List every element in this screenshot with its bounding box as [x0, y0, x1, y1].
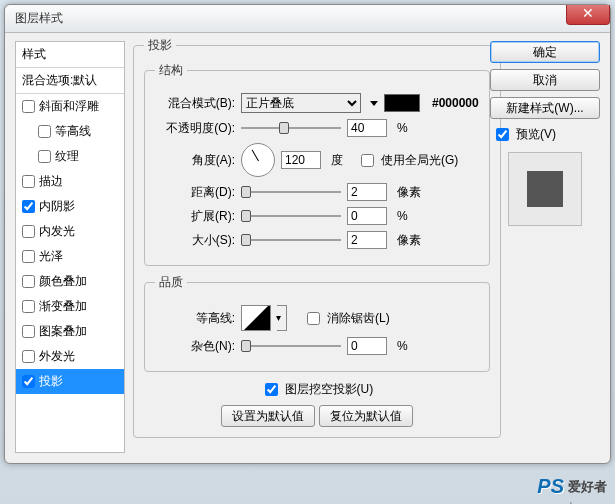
style-item-label: 斜面和浮雕 — [39, 98, 99, 115]
styles-list: 样式 混合选项:默认 斜面和浮雕等高线纹理描边内阴影内发光光泽颜色叠加渐变叠加图… — [15, 41, 125, 453]
distance-slider[interactable] — [241, 184, 341, 200]
style-item-checkbox[interactable] — [22, 350, 35, 363]
quality-legend: 品质 — [155, 274, 187, 291]
spread-label: 扩展(R): — [155, 208, 235, 225]
watermark-text: 爱好者 — [568, 478, 607, 496]
style-item-checkbox[interactable] — [22, 225, 35, 238]
titlebar[interactable]: 图层样式 ✕ — [5, 5, 610, 33]
cancel-button[interactable]: 取消 — [490, 69, 600, 91]
style-item-10[interactable]: 外发光 — [16, 344, 124, 369]
style-item-checkbox[interactable] — [22, 200, 35, 213]
shadow-fieldset: 投影 结构 混合模式(B): 正片叠底 #000000 不透明度(O): % — [133, 37, 501, 438]
style-item-checkbox[interactable] — [22, 325, 35, 338]
contour-swatch[interactable] — [241, 305, 271, 331]
watermark: PS 爱好者 — [537, 475, 607, 498]
style-item-label: 纹理 — [55, 148, 79, 165]
styles-head[interactable]: 样式 — [16, 42, 124, 68]
style-item-label: 渐变叠加 — [39, 298, 87, 315]
preview-box — [508, 152, 582, 226]
percent-unit: % — [397, 121, 408, 135]
quality-fieldset: 品质 等高线: 消除锯齿(L) 杂色(N): % — [144, 274, 490, 372]
style-item-checkbox[interactable] — [22, 300, 35, 313]
style-item-checkbox[interactable] — [22, 375, 35, 388]
global-light-label: 使用全局光(G) — [381, 152, 458, 169]
percent-unit3: % — [397, 339, 408, 353]
distance-label: 距离(D): — [155, 184, 235, 201]
style-item-label: 内发光 — [39, 223, 75, 240]
angle-dial[interactable] — [241, 143, 275, 177]
section-title: 投影 — [144, 37, 176, 54]
main-panel: 投影 结构 混合模式(B): 正片叠底 #000000 不透明度(O): % — [133, 37, 483, 455]
style-item-8[interactable]: 渐变叠加 — [16, 294, 124, 319]
size-unit: 像素 — [397, 232, 421, 249]
style-item-7[interactable]: 颜色叠加 — [16, 269, 124, 294]
style-item-checkbox[interactable] — [22, 275, 35, 288]
angle-unit: 度 — [331, 152, 343, 169]
style-item-4[interactable]: 内阴影 — [16, 194, 124, 219]
blend-options-item[interactable]: 混合选项:默认 — [16, 68, 124, 94]
style-item-3[interactable]: 描边 — [16, 169, 124, 194]
chevron-down-icon — [370, 101, 378, 106]
style-item-label: 外发光 — [39, 348, 75, 365]
ok-button[interactable]: 确定 — [490, 41, 600, 63]
reset-default-button[interactable]: 复位为默认值 — [319, 405, 413, 427]
style-item-label: 描边 — [39, 173, 63, 190]
antialias-label: 消除锯齿(L) — [327, 310, 390, 327]
style-item-label: 光泽 — [39, 248, 63, 265]
style-item-checkbox[interactable] — [22, 100, 35, 113]
angle-label: 角度(A): — [155, 152, 235, 169]
style-item-label: 内阴影 — [39, 198, 75, 215]
style-item-0[interactable]: 斜面和浮雕 — [16, 94, 124, 119]
style-item-checkbox[interactable] — [22, 250, 35, 263]
make-default-button[interactable]: 设置为默认值 — [221, 405, 315, 427]
close-button[interactable]: ✕ — [566, 5, 610, 25]
noise-input[interactable] — [347, 337, 387, 355]
size-slider[interactable] — [241, 232, 341, 248]
size-input[interactable] — [347, 231, 387, 249]
percent-unit2: % — [397, 209, 408, 223]
style-item-label: 投影 — [39, 373, 63, 390]
opacity-input[interactable] — [347, 119, 387, 137]
shadow-color-swatch[interactable] — [384, 94, 420, 112]
preview-checkbox[interactable] — [496, 128, 509, 141]
style-item-5[interactable]: 内发光 — [16, 219, 124, 244]
preview-label: 预览(V) — [516, 126, 556, 143]
style-item-2[interactable]: 纹理 — [16, 144, 124, 169]
knockout-label: 图层挖空投影(U) — [285, 381, 374, 398]
color-hex: #000000 — [432, 96, 479, 110]
style-item-11[interactable]: 投影 — [16, 369, 124, 394]
distance-input[interactable] — [347, 183, 387, 201]
angle-input[interactable] — [281, 151, 321, 169]
style-item-label: 图案叠加 — [39, 323, 87, 340]
right-panel: 确定 取消 新建样式(W)... 预览(V) — [490, 41, 600, 226]
blend-mode-select[interactable]: 正片叠底 — [241, 93, 361, 113]
style-item-label: 等高线 — [55, 123, 91, 140]
style-item-label: 颜色叠加 — [39, 273, 87, 290]
style-item-checkbox[interactable] — [38, 150, 51, 163]
global-light-checkbox[interactable] — [361, 154, 374, 167]
style-item-9[interactable]: 图案叠加 — [16, 319, 124, 344]
dialog-title: 图层样式 — [15, 11, 63, 25]
structure-fieldset: 结构 混合模式(B): 正片叠底 #000000 不透明度(O): % — [144, 62, 490, 266]
distance-unit: 像素 — [397, 184, 421, 201]
spread-input[interactable] — [347, 207, 387, 225]
layer-style-dialog: 图层样式 ✕ 样式 混合选项:默认 斜面和浮雕等高线纹理描边内阴影内发光光泽颜色… — [4, 4, 611, 464]
contour-label: 等高线: — [155, 310, 235, 327]
size-label: 大小(S): — [155, 232, 235, 249]
style-item-1[interactable]: 等高线 — [16, 119, 124, 144]
watermark-logo: PS — [537, 475, 564, 498]
style-item-checkbox[interactable] — [22, 175, 35, 188]
antialias-checkbox[interactable] — [307, 312, 320, 325]
spread-slider[interactable] — [241, 208, 341, 224]
new-style-button[interactable]: 新建样式(W)... — [490, 97, 600, 119]
opacity-slider[interactable] — [241, 120, 341, 136]
noise-label: 杂色(N): — [155, 338, 235, 355]
contour-dropdown[interactable] — [277, 305, 287, 331]
style-item-checkbox[interactable] — [38, 125, 51, 138]
opacity-label: 不透明度(O): — [155, 120, 235, 137]
structure-legend: 结构 — [155, 62, 187, 79]
blend-mode-label: 混合模式(B): — [155, 95, 235, 112]
knockout-checkbox[interactable] — [265, 383, 278, 396]
style-item-6[interactable]: 光泽 — [16, 244, 124, 269]
noise-slider[interactable] — [241, 338, 341, 354]
